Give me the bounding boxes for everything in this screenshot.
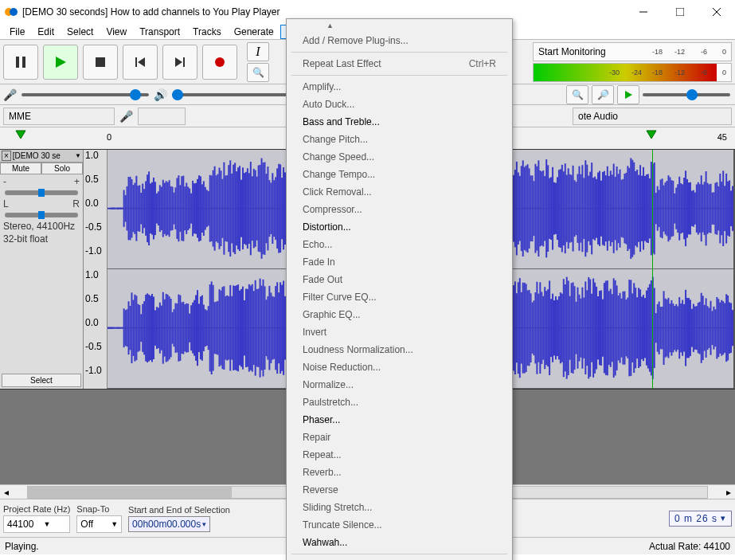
close-track-icon[interactable]: × xyxy=(2,151,11,161)
menu-item-change-tempo[interactable]: Change Tempo... xyxy=(287,166,512,183)
record-button[interactable] xyxy=(202,45,237,80)
menu-item-change-speed[interactable]: Change Speed... xyxy=(287,148,512,166)
menu-item-fade-in[interactable]: Fade In xyxy=(287,253,512,271)
svg-rect-516 xyxy=(258,288,260,366)
svg-rect-397 xyxy=(699,184,701,233)
menu-item-repeat[interactable]: Repeat... xyxy=(287,446,512,464)
audio-position-time[interactable]: 0 m 26 s▾ xyxy=(669,511,732,527)
svg-rect-735 xyxy=(600,290,602,365)
svg-rect-449 xyxy=(153,296,154,359)
menu-item-truncate-silence[interactable]: Truncate Silence... xyxy=(287,516,512,534)
zoom-out-button[interactable]: 🔎 xyxy=(592,85,614,104)
svg-rect-310 xyxy=(563,171,565,245)
menu-item-fade-out[interactable]: Fade Out xyxy=(287,271,512,288)
recording-device-combo[interactable] xyxy=(138,108,186,125)
menu-item-wahwah[interactable]: Wahwah... xyxy=(287,534,512,551)
pan-slider[interactable] xyxy=(5,213,78,217)
svg-rect-102 xyxy=(237,167,239,249)
menu-item-reverb[interactable]: Reverb... xyxy=(287,464,512,481)
menu-edit[interactable]: Edit xyxy=(31,25,61,39)
record-meter[interactable]: Start Monitoring -18 -12 -6 0 xyxy=(533,42,732,61)
menu-item-paulstretch[interactable]: Paulstretch... xyxy=(287,394,512,411)
menu-item-invert[interactable]: Invert xyxy=(287,323,512,341)
menu-item-click-removal[interactable]: Click Removal... xyxy=(287,183,512,201)
menu-transport[interactable]: Transport xyxy=(133,25,186,39)
play-at-speed-button[interactable] xyxy=(617,85,639,104)
svg-rect-785 xyxy=(678,297,680,358)
svg-rect-90 xyxy=(219,168,221,249)
mute-button[interactable]: Mute xyxy=(0,163,41,174)
menu-item-amplify[interactable]: Amplify... xyxy=(287,78,512,96)
pause-button[interactable] xyxy=(3,45,38,80)
menu-item-auto-duck[interactable]: Auto Duck... xyxy=(287,96,512,113)
minimize-button[interactable] xyxy=(625,0,662,24)
meters-panel: Start Monitoring -18 -12 -6 0 -30 -24 -1… xyxy=(533,42,732,84)
maximize-button[interactable] xyxy=(662,0,698,24)
snap-to-combo[interactable]: Off▼ xyxy=(76,515,122,533)
menu-item-reverse[interactable]: Reverse xyxy=(287,481,512,499)
play-button[interactable] xyxy=(43,45,78,80)
svg-rect-401 xyxy=(706,171,707,245)
svg-rect-491 xyxy=(219,289,221,366)
menu-up-arrow-icon[interactable]: ▲ xyxy=(326,22,334,29)
menu-item-graphic-eq[interactable]: Graphic EQ... xyxy=(287,306,512,323)
menu-item-adjustable-fade[interactable]: Adjustable Fade... xyxy=(287,557,512,560)
track-menu-dropdown-icon[interactable]: ▼ xyxy=(75,152,81,159)
select-track-button[interactable]: Select xyxy=(2,374,81,387)
playhead-start-icon xyxy=(14,129,27,140)
menu-tracks[interactable]: Tracks xyxy=(186,25,228,39)
selection-start-time[interactable]: 00h00m00.000s▾ xyxy=(128,516,210,532)
scroll-left-button[interactable]: ◂ xyxy=(0,487,13,498)
menu-item-add-remove-plugins[interactable]: Add / Remove Plug-ins... xyxy=(287,32,512,49)
menu-view[interactable]: View xyxy=(100,25,133,39)
menu-item-repair[interactable]: Repair xyxy=(287,429,512,446)
svg-rect-67 xyxy=(182,176,184,241)
skip-start-button[interactable] xyxy=(123,45,158,80)
gain-slider[interactable] xyxy=(5,190,78,195)
svg-rect-686 xyxy=(524,283,526,374)
menu-item-repeat-last[interactable]: Repeat Last EffectCtrl+R xyxy=(287,55,512,72)
menu-item-loudness-normalization[interactable]: Loudness Normalization... xyxy=(287,341,512,358)
skip-end-button[interactable] xyxy=(162,45,197,80)
menu-item-noise-reduction[interactable]: Noise Reduction... xyxy=(287,358,512,376)
svg-rect-807 xyxy=(713,307,714,350)
svg-rect-716 xyxy=(571,283,573,373)
svg-rect-756 xyxy=(633,283,635,373)
menu-item-sliding-stretch[interactable]: Sliding Stretch... xyxy=(287,499,512,516)
svg-rect-326 xyxy=(588,176,589,241)
svg-rect-117 xyxy=(261,159,263,259)
close-button[interactable] xyxy=(698,0,735,24)
solo-button[interactable]: Solo xyxy=(41,163,83,174)
zoom-tool-button[interactable]: 🔍 xyxy=(247,63,269,82)
menu-file[interactable]: File xyxy=(3,25,31,39)
menu-item-bass-and-treble[interactable]: Bass and Treble... xyxy=(287,113,512,131)
playback-volume-slider[interactable] xyxy=(172,93,299,96)
menu-item-echo[interactable]: Echo... xyxy=(287,236,512,253)
menu-item-filter-curve-eq[interactable]: Filter Curve EQ... xyxy=(287,288,512,306)
menu-item-distortion[interactable]: Distortion... xyxy=(287,218,512,236)
playback-meter[interactable]: -30 -24 -18 -12 -6 0 xyxy=(533,63,732,82)
selection-tool-button[interactable]: I xyxy=(247,42,269,61)
playback-speed-slider[interactable] xyxy=(643,93,730,96)
svg-rect-78 xyxy=(200,176,201,241)
svg-rect-400 xyxy=(704,182,706,235)
stop-button[interactable] xyxy=(83,45,118,80)
scroll-right-button[interactable]: ▸ xyxy=(722,487,735,498)
svg-rect-781 xyxy=(672,303,674,352)
track-name-label[interactable]: [DEMO 30 se xyxy=(13,151,75,160)
menu-item-phaser[interactable]: Phaser... xyxy=(287,411,512,429)
recording-volume-slider[interactable] xyxy=(22,93,149,96)
svg-rect-776 xyxy=(665,299,667,358)
scroll-thumb[interactable] xyxy=(28,487,232,498)
menu-item-compressor[interactable]: Compressor... xyxy=(287,201,512,218)
menu-select[interactable]: Select xyxy=(61,25,100,39)
audio-host-combo[interactable]: MME xyxy=(3,108,115,125)
menu-generate[interactable]: Generate xyxy=(228,25,280,39)
menu-item-normalize[interactable]: Normalize... xyxy=(287,376,512,394)
menu-item-change-pitch[interactable]: Change Pitch... xyxy=(287,131,512,148)
svg-rect-754 xyxy=(630,280,631,375)
project-rate-combo[interactable]: 44100▼ xyxy=(3,515,70,533)
svg-rect-702 xyxy=(549,280,550,375)
zoom-in-button[interactable]: 🔍 xyxy=(566,85,588,104)
playback-device-combo[interactable]: ote Audio xyxy=(573,108,732,125)
